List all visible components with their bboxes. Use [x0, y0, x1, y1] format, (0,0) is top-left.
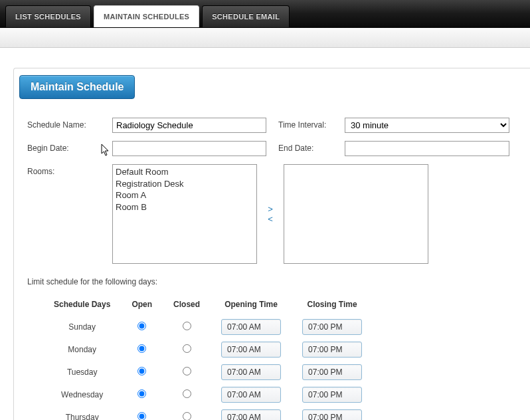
col-closed: Closed	[163, 296, 211, 316]
rooms-selected-listbox[interactable]	[284, 164, 428, 264]
move-right-button[interactable]: >	[265, 204, 276, 214]
open-radio[interactable]	[137, 412, 146, 420]
closing-time-input[interactable]	[302, 387, 362, 403]
rooms-available-listbox[interactable]: Default RoomRegistration DeskRoom ARoom …	[112, 164, 257, 264]
open-radio[interactable]	[137, 389, 146, 398]
open-radio[interactable]	[137, 367, 146, 375]
list-item[interactable]: Room A	[116, 189, 254, 201]
closing-time-input[interactable]	[302, 342, 362, 358]
table-row: Wednesday	[43, 383, 373, 406]
day-name: Wednesday	[43, 383, 121, 406]
closed-radio[interactable]	[183, 322, 191, 330]
begin-date-input[interactable]	[112, 141, 266, 156]
table-row: Tuesday	[43, 361, 373, 383]
sub-bar	[0, 28, 530, 48]
table-row: Thursday	[43, 406, 373, 420]
open-radio[interactable]	[137, 344, 146, 353]
col-open: Open	[121, 296, 163, 316]
opening-time-input[interactable]	[221, 387, 281, 403]
opening-time-input[interactable]	[221, 319, 281, 335]
tab-bar: LIST SCHEDULES MAINTAIN SCHEDULES SCHEDU…	[0, 0, 530, 28]
schedule-days-table: Schedule Days Open Closed Opening Time C…	[43, 296, 373, 420]
list-item[interactable]: Room B	[116, 201, 254, 213]
panel-title: Maintain Schedule	[19, 75, 135, 99]
label-end-date: End Date:	[266, 141, 345, 153]
table-row: Monday	[43, 338, 373, 361]
day-name: Thursday	[43, 406, 121, 420]
col-schedule-days: Schedule Days	[43, 296, 121, 316]
day-name: Monday	[43, 338, 121, 361]
label-schedule-name: Schedule Name:	[27, 118, 112, 130]
closed-radio[interactable]	[183, 367, 191, 375]
day-name: Tuesday	[43, 361, 121, 383]
limit-schedule-text: Limit schedule for the following days:	[27, 277, 517, 286]
end-date-input[interactable]	[345, 141, 509, 156]
closing-time-input[interactable]	[302, 319, 362, 335]
col-opening-time: Opening Time	[211, 296, 292, 316]
opening-time-input[interactable]	[221, 364, 281, 380]
maintain-schedule-panel: Maintain Schedule Schedule Name: Time In…	[13, 68, 530, 420]
opening-time-input[interactable]	[221, 342, 281, 358]
move-left-button[interactable]: <	[265, 214, 276, 224]
list-item[interactable]: Registration Desk	[116, 178, 254, 190]
closing-time-input[interactable]	[302, 364, 362, 380]
label-begin-date: Begin Date:	[27, 141, 112, 153]
closing-time-input[interactable]	[302, 409, 362, 420]
label-time-interval: Time Interval:	[266, 118, 345, 130]
tab-schedule-email[interactable]: SCHEDULE EMAIL	[202, 5, 290, 27]
tab-maintain-schedules[interactable]: MAINTAIN SCHEDULES	[94, 5, 199, 27]
table-row: Sunday	[43, 316, 373, 338]
time-interval-select[interactable]: 30 minute	[345, 118, 509, 133]
closed-radio[interactable]	[183, 344, 191, 353]
closed-radio[interactable]	[183, 412, 191, 420]
col-closing-time: Closing Time	[292, 296, 373, 316]
open-radio[interactable]	[137, 322, 146, 330]
schedule-name-input[interactable]	[112, 118, 266, 133]
closed-radio[interactable]	[183, 389, 191, 398]
tab-list-schedules[interactable]: LIST SCHEDULES	[5, 5, 91, 27]
opening-time-input[interactable]	[221, 409, 281, 420]
day-name: Sunday	[43, 316, 121, 338]
label-rooms: Rooms:	[27, 164, 112, 176]
list-item[interactable]: Default Room	[116, 166, 254, 178]
